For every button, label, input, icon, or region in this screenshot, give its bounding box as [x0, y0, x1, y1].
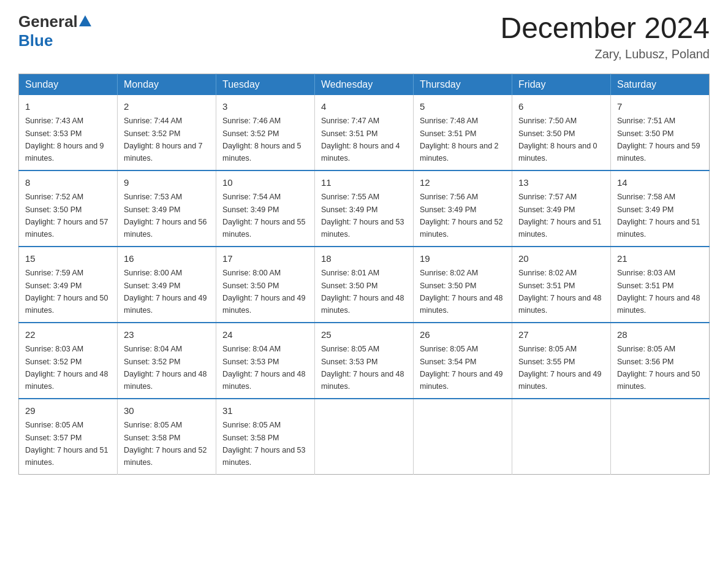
- day-number: 30: [124, 404, 210, 418]
- week-row-1: 1 Sunrise: 7:43 AMSunset: 3:53 PMDayligh…: [19, 95, 710, 170]
- day-cell: 6 Sunrise: 7:50 AMSunset: 3:50 PMDayligh…: [512, 95, 611, 170]
- day-cell: 31 Sunrise: 8:05 AMSunset: 3:58 PMDaylig…: [216, 399, 315, 475]
- logo-triangle-icon: [79, 15, 91, 26]
- weekday-header-tuesday: Tuesday: [216, 74, 315, 95]
- day-info: Sunrise: 8:01 AMSunset: 3:50 PMDaylight:…: [321, 269, 404, 315]
- day-info: Sunrise: 8:00 AMSunset: 3:49 PMDaylight:…: [124, 269, 207, 315]
- day-info: Sunrise: 8:04 AMSunset: 3:53 PMDaylight:…: [222, 345, 306, 391]
- day-number: 6: [518, 100, 604, 114]
- day-cell: 20 Sunrise: 8:02 AMSunset: 3:51 PMDaylig…: [512, 247, 611, 323]
- day-info: Sunrise: 7:59 AMSunset: 3:49 PMDaylight:…: [25, 269, 108, 315]
- day-info: Sunrise: 7:56 AMSunset: 3:49 PMDaylight:…: [420, 193, 503, 239]
- week-row-3: 15 Sunrise: 7:59 AMSunset: 3:49 PMDaylig…: [19, 247, 710, 323]
- day-info: Sunrise: 7:50 AMSunset: 3:50 PMDaylight:…: [518, 117, 597, 163]
- weekday-header-saturday: Saturday: [611, 74, 710, 95]
- day-cell: 15 Sunrise: 7:59 AMSunset: 3:49 PMDaylig…: [19, 247, 118, 323]
- day-cell: 14 Sunrise: 7:58 AMSunset: 3:49 PMDaylig…: [611, 170, 710, 247]
- page-header: General Blue December 2024 Zary, Lubusz,…: [18, 12, 710, 61]
- day-info: Sunrise: 8:04 AMSunset: 3:52 PMDaylight:…: [124, 345, 207, 391]
- weekday-header-friday: Friday: [512, 74, 611, 95]
- day-number: 26: [420, 328, 506, 342]
- day-info: Sunrise: 8:05 AMSunset: 3:54 PMDaylight:…: [420, 345, 503, 391]
- day-info: Sunrise: 8:02 AMSunset: 3:50 PMDaylight:…: [420, 269, 503, 315]
- day-info: Sunrise: 8:00 AMSunset: 3:50 PMDaylight:…: [222, 269, 306, 315]
- day-number: 29: [25, 404, 111, 418]
- title-section: December 2024 Zary, Lubusz, Poland: [500, 12, 710, 61]
- day-info: Sunrise: 7:55 AMSunset: 3:49 PMDaylight:…: [321, 193, 404, 239]
- day-cell: [315, 399, 414, 475]
- day-info: Sunrise: 8:03 AMSunset: 3:51 PMDaylight:…: [617, 269, 700, 315]
- day-cell: 4 Sunrise: 7:47 AMSunset: 3:51 PMDayligh…: [315, 95, 414, 170]
- week-row-2: 8 Sunrise: 7:52 AMSunset: 3:50 PMDayligh…: [19, 170, 710, 247]
- weekday-header-thursday: Thursday: [414, 74, 512, 95]
- day-info: Sunrise: 7:58 AMSunset: 3:49 PMDaylight:…: [617, 193, 700, 239]
- week-row-5: 29 Sunrise: 8:05 AMSunset: 3:57 PMDaylig…: [19, 399, 710, 475]
- day-number: 27: [518, 328, 604, 342]
- day-number: 17: [222, 252, 308, 266]
- day-cell: 30 Sunrise: 8:05 AMSunset: 3:58 PMDaylig…: [118, 399, 216, 475]
- day-number: 15: [25, 252, 111, 266]
- calendar-table: SundayMondayTuesdayWednesdayThursdayFrid…: [18, 74, 710, 475]
- day-cell: 22 Sunrise: 8:03 AMSunset: 3:52 PMDaylig…: [19, 323, 118, 399]
- day-cell: 13 Sunrise: 7:57 AMSunset: 3:49 PMDaylig…: [512, 170, 611, 247]
- day-cell: 16 Sunrise: 8:00 AMSunset: 3:49 PMDaylig…: [118, 247, 216, 323]
- day-number: 22: [25, 328, 111, 342]
- day-info: Sunrise: 8:05 AMSunset: 3:53 PMDaylight:…: [321, 345, 404, 391]
- day-cell: 8 Sunrise: 7:52 AMSunset: 3:50 PMDayligh…: [19, 170, 118, 247]
- day-number: 21: [617, 252, 703, 266]
- day-number: 7: [617, 100, 703, 114]
- day-cell: 23 Sunrise: 8:04 AMSunset: 3:52 PMDaylig…: [118, 323, 216, 399]
- day-cell: 25 Sunrise: 8:05 AMSunset: 3:53 PMDaylig…: [315, 323, 414, 399]
- day-info: Sunrise: 7:51 AMSunset: 3:50 PMDaylight:…: [617, 117, 700, 163]
- day-cell: 5 Sunrise: 7:48 AMSunset: 3:51 PMDayligh…: [414, 95, 512, 170]
- day-cell: 10 Sunrise: 7:54 AMSunset: 3:49 PMDaylig…: [216, 170, 315, 247]
- week-row-4: 22 Sunrise: 8:03 AMSunset: 3:52 PMDaylig…: [19, 323, 710, 399]
- day-cell: 18 Sunrise: 8:01 AMSunset: 3:50 PMDaylig…: [315, 247, 414, 323]
- day-info: Sunrise: 7:48 AMSunset: 3:51 PMDaylight:…: [420, 117, 499, 163]
- day-cell: 11 Sunrise: 7:55 AMSunset: 3:49 PMDaylig…: [315, 170, 414, 247]
- day-cell: [611, 399, 710, 475]
- day-info: Sunrise: 8:02 AMSunset: 3:51 PMDaylight:…: [518, 269, 602, 315]
- day-cell: 9 Sunrise: 7:53 AMSunset: 3:49 PMDayligh…: [118, 170, 216, 247]
- day-number: 25: [321, 328, 407, 342]
- day-info: Sunrise: 7:46 AMSunset: 3:52 PMDaylight:…: [222, 117, 301, 163]
- day-cell: 19 Sunrise: 8:02 AMSunset: 3:50 PMDaylig…: [414, 247, 512, 323]
- day-number: 16: [124, 252, 210, 266]
- month-title: December 2024: [500, 12, 710, 45]
- day-number: 20: [518, 252, 604, 266]
- day-info: Sunrise: 8:05 AMSunset: 3:58 PMDaylight:…: [124, 421, 207, 467]
- day-number: 31: [222, 404, 308, 418]
- day-info: Sunrise: 8:05 AMSunset: 3:56 PMDaylight:…: [617, 345, 700, 391]
- day-info: Sunrise: 7:52 AMSunset: 3:50 PMDaylight:…: [25, 193, 108, 239]
- day-cell: 3 Sunrise: 7:46 AMSunset: 3:52 PMDayligh…: [216, 95, 315, 170]
- day-number: 9: [124, 176, 210, 190]
- day-cell: 24 Sunrise: 8:04 AMSunset: 3:53 PMDaylig…: [216, 323, 315, 399]
- day-info: Sunrise: 8:05 AMSunset: 3:58 PMDaylight:…: [222, 421, 306, 467]
- day-info: Sunrise: 7:57 AMSunset: 3:49 PMDaylight:…: [518, 193, 602, 239]
- weekday-header-monday: Monday: [118, 74, 216, 95]
- day-cell: [414, 399, 512, 475]
- location-text: Zary, Lubusz, Poland: [500, 47, 710, 61]
- day-cell: [512, 399, 611, 475]
- logo: General Blue: [18, 12, 91, 50]
- day-cell: 12 Sunrise: 7:56 AMSunset: 3:49 PMDaylig…: [414, 170, 512, 247]
- day-number: 11: [321, 176, 407, 190]
- day-info: Sunrise: 8:05 AMSunset: 3:57 PMDaylight:…: [25, 421, 108, 467]
- day-cell: 17 Sunrise: 8:00 AMSunset: 3:50 PMDaylig…: [216, 247, 315, 323]
- day-info: Sunrise: 7:53 AMSunset: 3:49 PMDaylight:…: [124, 193, 207, 239]
- weekday-header-sunday: Sunday: [19, 74, 118, 95]
- day-number: 4: [321, 100, 407, 114]
- day-number: 10: [222, 176, 308, 190]
- day-number: 18: [321, 252, 407, 266]
- day-cell: 29 Sunrise: 8:05 AMSunset: 3:57 PMDaylig…: [19, 399, 118, 475]
- day-cell: 2 Sunrise: 7:44 AMSunset: 3:52 PMDayligh…: [118, 95, 216, 170]
- day-number: 14: [617, 176, 703, 190]
- day-number: 23: [124, 328, 210, 342]
- logo-blue-text: Blue: [18, 31, 53, 50]
- day-number: 1: [25, 100, 111, 114]
- day-cell: 1 Sunrise: 7:43 AMSunset: 3:53 PMDayligh…: [19, 95, 118, 170]
- day-number: 5: [420, 100, 506, 114]
- day-number: 3: [222, 100, 308, 114]
- weekday-header-wednesday: Wednesday: [315, 74, 414, 95]
- day-info: Sunrise: 7:47 AMSunset: 3:51 PMDaylight:…: [321, 117, 400, 163]
